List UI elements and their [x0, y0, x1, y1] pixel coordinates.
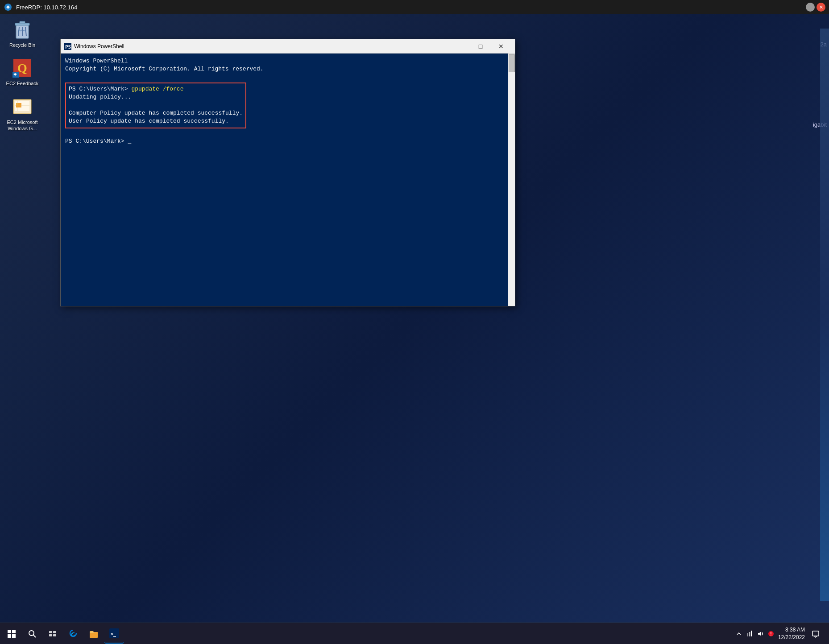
file-explorer-icon [89, 629, 99, 639]
ps-terminal[interactable]: Windows PowerShell Copyright (C) Microso… [61, 54, 508, 306]
desktop: Recycle Bin Q EC2 Feedback [0, 14, 829, 623]
svg-rect-20 [49, 631, 52, 633]
ps-prompt-line: PS C:\Users\Mark> _ [65, 137, 503, 145]
ps-line-1: Windows PowerShell [65, 57, 503, 65]
powershell-window: PS Windows PowerShell – □ ✕ Windows Powe… [60, 39, 515, 306]
ps-computer-policy-line: Computer Policy update has completed suc… [69, 109, 243, 117]
svg-rect-30 [751, 631, 752, 636]
search-button[interactable] [22, 624, 42, 644]
taskbar-right: ! 8:38 AM 12/22/2022 [734, 624, 827, 644]
svg-rect-29 [749, 632, 750, 636]
svg-point-18 [29, 631, 34, 636]
side-panel [820, 29, 829, 601]
system-tray: ! [734, 629, 775, 638]
ps-scrollbar-thumb[interactable] [509, 54, 515, 72]
svg-text:>_: >_ [111, 632, 116, 637]
time-display: 8:38 AM [778, 626, 805, 634]
notification-icon [812, 630, 820, 638]
ps-blank-in-block [69, 101, 243, 109]
notification-button[interactable] [808, 624, 824, 644]
svg-rect-33 [812, 631, 819, 636]
ps-line-blank1 [65, 73, 503, 81]
recycle-bin-label: Recycle Bin [9, 42, 35, 48]
svg-rect-28 [747, 633, 748, 636]
ec2-feedback-icon-img: Q [12, 57, 33, 78]
powershell-taskbar-button[interactable]: >_ [104, 624, 124, 644]
ps-content: Windows PowerShell Copyright (C) Microso… [61, 54, 515, 306]
start-button[interactable] [2, 624, 21, 644]
ps-cmd-line: PS C:\Users\Mark> gpupdate /force [69, 85, 243, 93]
close-button[interactable] [817, 3, 825, 12]
desktop-icon-ec2-feedback[interactable]: Q EC2 Feedback [4, 57, 40, 87]
ec2-windows-label: EC2 Microsoft Windows G... [7, 119, 37, 132]
title-bar-controls [806, 3, 825, 12]
ec2-feedback-label: EC2 Feedback [6, 80, 39, 87]
ps-line-blank2 [65, 129, 503, 137]
ps-highlight-block: PS C:\Users\Mark> gpupdate /force Updati… [65, 83, 246, 128]
minimize-button[interactable] [806, 3, 815, 12]
ps-user-policy-line: User Policy update has completed success… [69, 117, 243, 125]
network-icon[interactable] [745, 629, 754, 638]
task-view-icon [48, 629, 57, 638]
file-explorer-button[interactable] [84, 624, 104, 644]
date-display: 12/22/2022 [778, 634, 805, 641]
recycle-bin-icon-img [12, 19, 33, 40]
desktop-icons: Recycle Bin Q EC2 Feedback [4, 19, 40, 132]
svg-text:PS: PS [65, 44, 71, 50]
network-error-icon[interactable]: ! [767, 629, 775, 638]
volume-icon[interactable] [756, 629, 765, 638]
svg-rect-22 [49, 634, 52, 636]
ps-title-left: PS Windows PowerShell [64, 43, 124, 50]
title-bar-title: FreeRDP: 10.10.72.164 [16, 4, 77, 11]
taskbar: >_ [0, 623, 829, 644]
taskbar-time[interactable]: 8:38 AM 12/22/2022 [778, 626, 805, 641]
ps-scrollbar[interactable] [508, 54, 515, 306]
powershell-taskbar-icon: >_ [109, 628, 119, 638]
edge-button[interactable] [63, 624, 83, 644]
ps-title-bar: PS Windows PowerShell – □ ✕ [61, 39, 515, 54]
title-bar: FreeRDP: 10.10.72.164 [0, 0, 829, 14]
ec2-windows-icon-img [12, 96, 33, 117]
ps-maximize-button[interactable]: □ [470, 39, 491, 54]
edge-icon [68, 629, 78, 639]
ps-minimize-button[interactable]: – [450, 39, 470, 54]
ps-line-2: Copyright (C) Microsoft Corporation. All… [65, 65, 503, 73]
freerdp-icon [4, 3, 12, 12]
desktop-icon-recycle-bin[interactable]: Recycle Bin [4, 19, 40, 48]
desktop-icon-ec2-windows[interactable]: EC2 Microsoft Windows G... [4, 96, 40, 132]
svg-text:!: ! [770, 632, 771, 636]
search-icon [28, 629, 37, 638]
ps-window-controls: – □ ✕ [450, 39, 511, 54]
task-view-button[interactable] [43, 624, 62, 644]
ps-close-button[interactable]: ✕ [491, 39, 511, 54]
svg-rect-23 [53, 634, 56, 636]
svg-line-19 [33, 635, 36, 637]
svg-rect-21 [53, 631, 56, 633]
windows-logo-icon [8, 630, 16, 638]
svg-rect-25 [90, 632, 94, 633]
ps-updating-line: Updating policy... [69, 93, 243, 101]
svg-text:Q: Q [17, 61, 27, 75]
title-bar-left: FreeRDP: 10.10.72.164 [4, 3, 77, 12]
svg-rect-3 [20, 21, 25, 24]
ps-title-text: Windows PowerShell [74, 43, 124, 50]
powershell-icon: PS [64, 43, 71, 50]
tray-chevron-icon[interactable] [734, 629, 743, 638]
